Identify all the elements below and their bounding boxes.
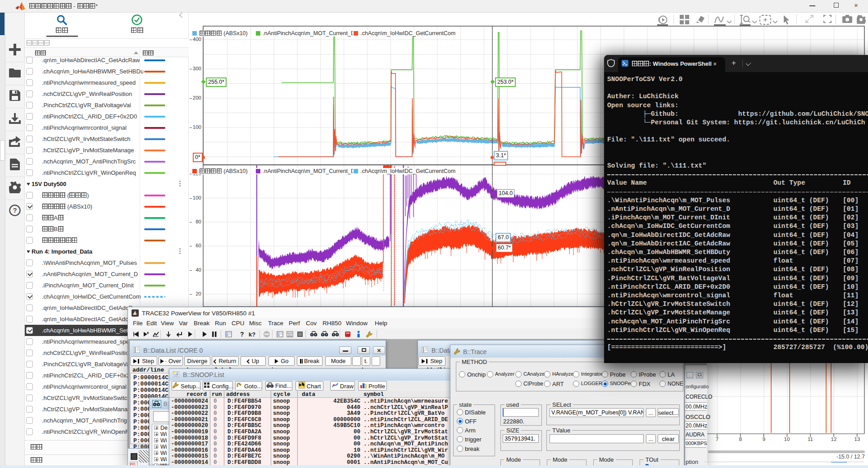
svg-text:?: ? [13,206,17,214]
svg-text:101: 101 [288,334,293,337]
svg-text:?: ? [240,331,244,338]
svg-text:k?: k? [249,331,255,338]
